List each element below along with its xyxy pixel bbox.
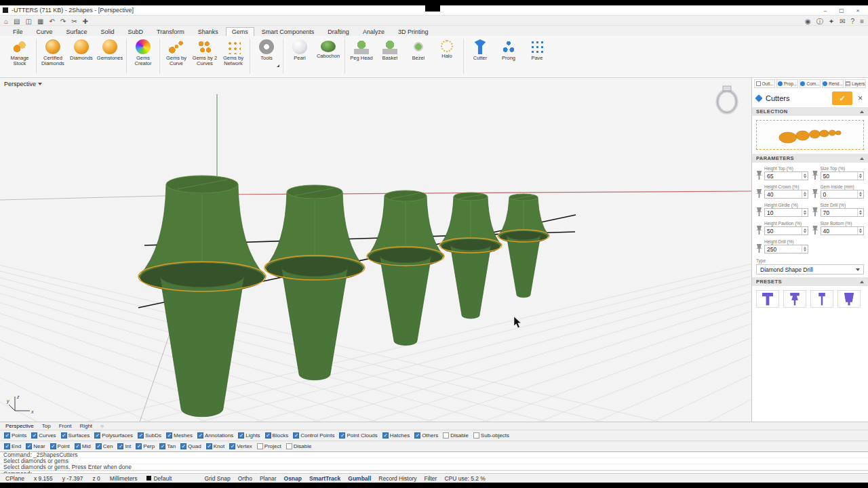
status-planar[interactable]: Planar [260,475,277,482]
status-cpu-use-5-2[interactable]: CPU use: 5.2 % [444,475,485,482]
spinner-icon[interactable] [857,209,863,216]
filter-hatches[interactable]: Hatches [382,432,410,439]
mail-icon[interactable]: ✉ [840,18,845,25]
status-default[interactable]: Default [146,475,172,482]
osnap-tan[interactable]: Tan [159,443,176,449]
new-viewport-icon[interactable]: ○ [100,423,104,429]
status-millimeters[interactable]: Millimeters [110,475,138,482]
spinner-icon[interactable] [802,227,808,235]
spinner-icon[interactable] [857,227,863,235]
star-icon[interactable]: ✦ [829,18,834,25]
preset-cutter-3[interactable] [810,290,833,308]
parameters-section-header[interactable]: PARAMETERS [752,154,868,163]
filter-control-points[interactable]: Control Points [293,432,334,439]
info-icon[interactable]: ⓘ [816,18,823,25]
ribbon-tab-subd[interactable]: SubD [122,27,150,36]
tool-peg-head[interactable]: Peg Head [347,37,376,67]
ribbon-tab-shanks[interactable]: Shanks [192,27,224,36]
command-area[interactable]: Command: _2ShapesCuttersSelect diamonds … [0,451,868,473]
type-dropdown[interactable]: Diamond Shape Drill [756,264,864,274]
ribbon-tab-file[interactable]: File [7,27,29,36]
viewport-tab-front[interactable]: Front [59,423,72,429]
viewport-title[interactable]: Perspective [4,81,42,87]
status-x-9-155[interactable]: x 9.155 [34,475,53,482]
maximize-button[interactable]: ▢ [834,6,849,15]
ribbon-tab-transform[interactable]: Transform [151,27,191,36]
osnap-cen[interactable]: Cen [96,443,113,449]
help-icon[interactable]: ? [851,18,855,25]
scene-canvas[interactable] [0,78,751,422]
tool-tools[interactable]: Tools [252,37,281,67]
panel-tab-com[interactable]: Com... [800,79,821,88]
ribbon-tab-smart-components[interactable]: Smart Components [256,27,321,36]
osnap-quad[interactable]: Quad [180,443,201,449]
param-input-size-top[interactable]: 50 [821,171,865,180]
tool-gems-by-curve[interactable]: Gems by Curve [162,37,191,67]
tool-manage-stock[interactable]: Manage Stock [5,37,34,67]
filter-surfaces[interactable]: Surfaces [61,432,90,439]
record-icon[interactable]: ◉ [805,18,811,25]
filter-polysurfaces[interactable]: Polysurfaces [94,432,133,439]
add-icon[interactable]: ✚ [83,18,88,25]
tool-pearl[interactable]: Pearl [285,37,314,67]
status-z-0[interactable]: z 0 [93,475,100,482]
spinner-icon[interactable] [857,190,863,198]
menu-icon[interactable]: ≡ [860,18,864,25]
tool-diamonds[interactable]: Diamonds [67,37,96,67]
close-panel-button[interactable]: × [856,94,864,103]
viewport-3d[interactable]: Perspective z y x [0,78,751,422]
preset-cutter-2[interactable] [783,290,806,308]
tool-certified-diamonds[interactable]: Certified Diamonds [39,37,67,67]
status-y-7-397[interactable]: y -7.397 [62,475,83,482]
osnap-project[interactable]: Project [257,443,281,449]
viewport-tab-right[interactable]: Right [79,423,92,429]
filter-point-clouds[interactable]: Point Clouds [339,432,377,439]
render-preview-ring[interactable] [717,86,736,113]
osnap-point[interactable]: Point [50,443,70,449]
status-smarttrack[interactable]: SmartTrack [309,475,340,482]
param-input-height-top[interactable]: 65 [764,171,808,180]
tool-prong[interactable]: Prong [494,37,523,67]
ribbon-tab-surface[interactable]: Surface [60,27,94,36]
osnap-vertex[interactable]: Vertex [229,443,252,449]
param-input-size-drill[interactable]: 70 [821,208,865,217]
osnap-near[interactable]: Near [26,443,45,449]
osnap-perp[interactable]: Perp [136,443,155,449]
filter-annotations[interactable]: Annotations [197,432,233,439]
close-button[interactable]: × [850,6,865,15]
param-input-size-bottom[interactable]: 40 [821,226,865,235]
tool-basket[interactable]: Basket [376,37,404,67]
status-grid-snap[interactable]: Grid Snap [204,475,230,482]
tool-halo[interactable]: Halo [433,37,461,65]
ribbon-tab-curve[interactable]: Curve [31,27,59,36]
filter-others[interactable]: Others [414,432,438,439]
spinner-icon[interactable] [802,172,808,180]
panel-tab-prop[interactable]: Prop... [776,79,797,88]
ribbon-tab-gems[interactable]: Gems [226,27,254,36]
filter-lights[interactable]: Lights [238,432,260,439]
cutter-object[interactable] [264,185,365,380]
osnap-int[interactable]: Int [117,443,131,449]
filter-sub-objects[interactable]: Sub-objects [473,432,509,439]
osnap-disable[interactable]: Disable [286,443,312,449]
param-input-height-drill[interactable]: 250 [764,245,808,253]
status-ortho[interactable]: Ortho [238,475,252,482]
filter-meshes[interactable]: Meshes [166,432,193,439]
filter-curves[interactable]: Curves [31,432,56,439]
param-input-height-pavilion[interactable]: 50 [764,226,808,235]
new-file-icon[interactable]: ▤ [14,18,20,25]
filter-blocks[interactable]: Blocks [265,432,289,439]
open-file-icon[interactable]: ◫ [26,18,32,25]
home-icon[interactable]: ⌂ [4,18,8,25]
tool-gems-by-2-curves[interactable]: Gems by 2 Curves [191,37,219,67]
viewport-tab-perspective[interactable]: Perspective [5,423,34,429]
cut-icon[interactable]: ✂ [71,18,77,25]
cutter-object[interactable] [367,190,444,345]
save-icon[interactable]: ▦ [37,18,43,25]
panel-tab-rend[interactable]: Rend... [822,79,843,88]
param-input-gem-inside-mm[interactable]: 0 [821,190,865,199]
spinner-icon[interactable] [802,190,808,198]
status-osnap[interactable]: Osnap [284,475,302,482]
redo-icon[interactable]: ↷ [60,18,66,25]
tool-pave[interactable]: Pave [523,37,551,67]
